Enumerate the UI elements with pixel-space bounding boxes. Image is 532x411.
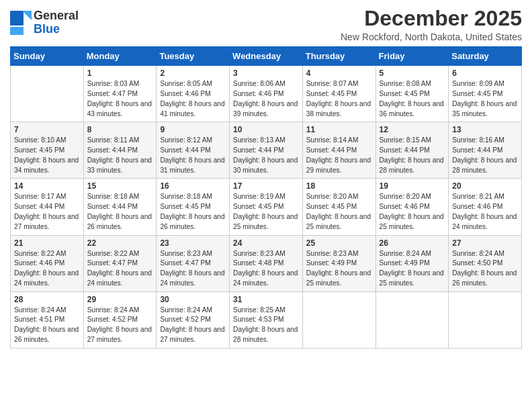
cell-info-line: Sunset: 4:44 PM	[306, 146, 372, 156]
svg-marker-1	[22, 11, 32, 20]
day-cell	[375, 291, 449, 348]
cell-info-line: Sunset: 4:45 PM	[233, 202, 299, 212]
cell-info-line: Daylight: 8 hours and 24 minutes.	[160, 269, 226, 289]
day-cell: 22Sunrise: 8:22 AMSunset: 4:47 PMDayligh…	[83, 235, 157, 291]
day-cell	[302, 291, 375, 348]
day-number: 24	[233, 238, 299, 248]
day-cell: 14Sunrise: 8:17 AMSunset: 4:44 PMDayligh…	[11, 179, 84, 235]
day-cell: 17Sunrise: 8:19 AMSunset: 4:45 PMDayligh…	[230, 179, 303, 235]
cell-info: Sunrise: 8:22 AMSunset: 4:46 PMDaylight:…	[14, 249, 80, 289]
cell-info-line: Sunset: 4:44 PM	[233, 146, 299, 156]
day-number: 26	[380, 238, 445, 248]
cell-info-line: Sunrise: 8:24 AM	[14, 306, 80, 316]
cell-info-line: Sunrise: 8:23 AM	[160, 249, 226, 259]
cell-info-line: Sunset: 4:49 PM	[380, 259, 445, 269]
cell-info-line: Daylight: 8 hours and 28 minutes.	[380, 156, 445, 176]
day-number: 25	[306, 238, 372, 248]
cell-info-line: Sunset: 4:49 PM	[306, 259, 372, 269]
cell-info-line: Sunset: 4:52 PM	[87, 315, 153, 325]
cell-info-line: Sunrise: 8:23 AM	[306, 249, 372, 259]
cell-info-line: Sunrise: 8:24 AM	[380, 249, 445, 259]
calendar-table: SundayMondayTuesdayWednesdayThursdayFrid…	[10, 46, 522, 349]
day-cell: 13Sunrise: 8:16 AMSunset: 4:44 PMDayligh…	[449, 122, 522, 179]
cell-info-line: Sunrise: 8:25 AM	[233, 306, 299, 316]
cell-info-line: Daylight: 8 hours and 36 minutes.	[380, 99, 445, 120]
day-cell: 16Sunrise: 8:18 AMSunset: 4:45 PMDayligh…	[157, 179, 230, 235]
day-number: 28	[14, 295, 80, 304]
logo-text: General Blue	[34, 9, 79, 36]
day-cell: 18Sunrise: 8:20 AMSunset: 4:45 PMDayligh…	[302, 179, 375, 235]
day-number: 15	[87, 181, 153, 191]
cell-info-line: Sunrise: 8:18 AM	[160, 192, 226, 202]
day-number: 3	[233, 68, 299, 78]
week-row-5: 28Sunrise: 8:24 AMSunset: 4:51 PMDayligh…	[11, 291, 522, 348]
cell-info-line: Sunrise: 8:22 AM	[14, 249, 80, 259]
cell-info: Sunrise: 8:24 AMSunset: 4:49 PMDaylight:…	[380, 249, 445, 289]
cell-info-line: Daylight: 8 hours and 43 minutes.	[87, 99, 153, 120]
day-number: 10	[233, 125, 299, 134]
cell-info-line: Sunrise: 8:20 AM	[306, 192, 372, 202]
calendar-container: General Blue December 2025 New Rockford,…	[0, 0, 532, 411]
cell-info: Sunrise: 8:11 AMSunset: 4:44 PMDaylight:…	[87, 136, 153, 175]
cell-info-line: Daylight: 8 hours and 25 minutes.	[380, 269, 445, 289]
cell-info-line: Sunrise: 8:17 AM	[14, 192, 80, 202]
cell-info-line: Daylight: 8 hours and 25 minutes.	[233, 212, 299, 232]
cell-info-line: Sunset: 4:44 PM	[380, 146, 445, 156]
cell-info-line: Sunrise: 8:15 AM	[380, 136, 445, 146]
cell-info-line: Sunrise: 8:16 AM	[452, 136, 518, 146]
cell-info-line: Sunset: 4:44 PM	[452, 146, 518, 156]
day-number: 4	[306, 68, 372, 78]
cell-info-line: Sunset: 4:46 PM	[14, 259, 80, 269]
cell-info: Sunrise: 8:23 AMSunset: 4:48 PMDaylight:…	[233, 249, 299, 289]
cell-info-line: Daylight: 8 hours and 28 minutes.	[452, 156, 518, 176]
cell-info-line: Daylight: 8 hours and 30 minutes.	[233, 156, 299, 176]
weekday-header-wednesday: Wednesday	[230, 47, 303, 66]
cell-info-line: Sunset: 4:45 PM	[306, 202, 372, 212]
cell-info: Sunrise: 8:22 AMSunset: 4:47 PMDaylight:…	[87, 249, 153, 289]
day-cell: 1Sunrise: 8:03 AMSunset: 4:47 PMDaylight…	[83, 66, 157, 122]
day-number: 2	[160, 68, 226, 78]
cell-info: Sunrise: 8:07 AMSunset: 4:45 PMDaylight:…	[306, 79, 372, 119]
cell-info: Sunrise: 8:06 AMSunset: 4:46 PMDaylight:…	[233, 79, 299, 119]
day-number: 5	[380, 68, 445, 78]
day-number: 12	[380, 125, 445, 134]
day-cell	[449, 291, 522, 348]
title-block: December 2025 New Rockford, North Dakota…	[341, 7, 522, 42]
cell-info-line: Daylight: 8 hours and 27 minutes.	[87, 325, 153, 345]
week-row-4: 21Sunrise: 8:22 AMSunset: 4:46 PMDayligh…	[11, 235, 522, 291]
cell-info-line: Sunrise: 8:08 AM	[380, 79, 445, 89]
logo-icon	[10, 11, 32, 35]
day-cell: 7Sunrise: 8:10 AMSunset: 4:45 PMDaylight…	[11, 122, 84, 179]
cell-info-line: Daylight: 8 hours and 25 minutes.	[380, 212, 445, 232]
cell-info-line: Daylight: 8 hours and 24 minutes.	[452, 212, 518, 232]
cell-info-line: Sunset: 4:52 PM	[160, 315, 226, 325]
cell-info-line: Sunset: 4:46 PM	[233, 89, 299, 99]
cell-info-line: Sunrise: 8:07 AM	[306, 79, 372, 89]
cell-info-line: Daylight: 8 hours and 25 minutes.	[306, 212, 372, 232]
cell-info-line: Sunrise: 8:13 AM	[233, 136, 299, 146]
cell-info: Sunrise: 8:12 AMSunset: 4:44 PMDaylight:…	[160, 136, 226, 175]
day-cell: 15Sunrise: 8:18 AMSunset: 4:44 PMDayligh…	[83, 179, 157, 235]
cell-info-line: Sunset: 4:46 PM	[160, 89, 226, 99]
week-row-1: 1Sunrise: 8:03 AMSunset: 4:47 PMDaylight…	[11, 66, 522, 122]
cell-info-line: Sunrise: 8:10 AM	[14, 136, 80, 146]
day-cell: 25Sunrise: 8:23 AMSunset: 4:49 PMDayligh…	[302, 235, 375, 291]
cell-info-line: Daylight: 8 hours and 34 minutes.	[14, 156, 80, 176]
cell-info-line: Daylight: 8 hours and 24 minutes.	[87, 269, 153, 289]
cell-info-line: Sunrise: 8:23 AM	[233, 249, 299, 259]
cell-info: Sunrise: 8:24 AMSunset: 4:52 PMDaylight:…	[160, 306, 226, 345]
week-row-3: 14Sunrise: 8:17 AMSunset: 4:44 PMDayligh…	[11, 179, 522, 235]
cell-info-line: Daylight: 8 hours and 24 minutes.	[233, 269, 299, 289]
day-number: 6	[452, 68, 518, 78]
cell-info-line: Sunset: 4:44 PM	[87, 202, 153, 212]
month-title: December 2025	[341, 7, 522, 30]
day-number: 20	[452, 181, 518, 191]
cell-info-line: Daylight: 8 hours and 28 minutes.	[233, 325, 299, 345]
weekday-header-saturday: Saturday	[449, 47, 522, 66]
cell-info: Sunrise: 8:24 AMSunset: 4:52 PMDaylight:…	[87, 306, 153, 345]
cell-info-line: Sunset: 4:45 PM	[14, 146, 80, 156]
cell-info-line: Sunset: 4:51 PM	[14, 315, 80, 325]
day-cell: 5Sunrise: 8:08 AMSunset: 4:45 PMDaylight…	[375, 66, 449, 122]
cell-info-line: Sunset: 4:53 PM	[233, 315, 299, 325]
day-cell: 26Sunrise: 8:24 AMSunset: 4:49 PMDayligh…	[375, 235, 449, 291]
